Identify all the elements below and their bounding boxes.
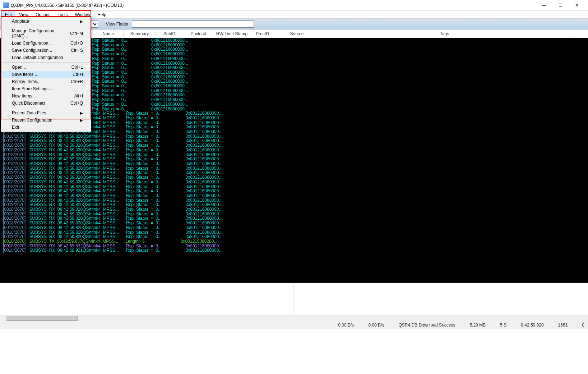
status-ts: 8:42:59.920 [521,323,543,328]
menu-separator [3,62,89,63]
menu-item[interactable]: Recent Configuration▶ [2,117,90,124]
status-msg: QSR4:DB Download Success [398,323,455,328]
menu-item[interactable]: Exit [2,124,90,131]
titlebar: QXDM_Pro_04.00.350 - SM8150 (0x804d7933)… [0,0,588,11]
column-header[interactable]: Payload [183,29,214,38]
menu-item[interactable]: Annotate▶ [2,18,90,25]
column-header[interactable]: SubID [156,29,183,38]
status-sec: 5 S [500,323,506,328]
maximize-button[interactable]: ☐ [552,0,569,10]
column-header[interactable]: HW Time Stamp [214,29,250,38]
minimize-button[interactable]: — [536,0,552,10]
scrollbar-thumb[interactable] [6,316,78,321]
menu-help[interactable]: Help [94,12,110,18]
status-rate1: 0.00 B/s [338,323,354,328]
close-button[interactable]: ✕ [569,0,585,10]
menu-item[interactable]: Save Items...Ctrl+I [2,71,90,78]
status-size: 5.29 MB [469,323,486,328]
file-menu-dropdown: Annotate▶Manage Configuration (DMC)...Ct… [1,17,91,132]
bottom-pane-right[interactable] [295,284,588,314]
menu-item[interactable]: Load Default Configuration [2,54,90,61]
menu-item[interactable]: Recent Data Files▶ [2,109,90,117]
submenu-arrow-icon: ▶ [80,19,83,23]
horizontal-scrollbar[interactable] [0,315,588,321]
menu-item[interactable]: Quick DisconnectCtrl+Q [2,100,90,107]
submenu-arrow-icon: ▶ [80,118,83,122]
statusbar: 0.00 B/s 0.00 B/s QSR4:DB Download Succe… [0,321,588,329]
app-icon [3,3,9,8]
window-title: QXDM_Pro_04.00.350 - SM8150 (0x804d7933)… [11,3,536,8]
viewfinder-label: View Finder: [106,22,130,27]
bottom-pane-left[interactable] [1,284,293,314]
column-header[interactable]: Name [93,29,124,38]
menu-item[interactable]: Load Configuration...Ctrl+O [2,40,90,47]
menu-item[interactable]: Manage Configuration (DMC)...Ctrl+M [2,27,90,40]
menu-separator [3,108,89,108]
menu-item[interactable]: Replay Items...Ctrl+R [2,78,90,85]
column-header[interactable]: ProcID [250,29,275,38]
viewfinder-input[interactable] [132,20,254,28]
menu-item[interactable]: Open...Ctrl+L [2,64,90,71]
column-header[interactable]: Source [275,29,319,38]
menu-separator [3,26,89,26]
column-header[interactable]: Tags [319,29,570,38]
log-row[interactable]: [0018/2070] SUBSYS RX 08:42:59.921QShrin… [3,248,588,253]
status-rate2: 0.00 B/s [368,323,384,328]
menu-item[interactable]: Save Configuration...Ctrl+S [2,47,90,54]
bottom-panel [0,283,588,315]
status-n1: 1661 [558,323,568,328]
submenu-arrow-icon: ▶ [80,111,83,115]
menu-item[interactable]: New Items...Alt+I [2,92,90,100]
column-header[interactable]: Summary [124,29,156,38]
menu-item[interactable]: Item Store Settings... [2,85,90,92]
status-n2: 0 [582,323,584,328]
toolbar-separator [102,20,102,28]
